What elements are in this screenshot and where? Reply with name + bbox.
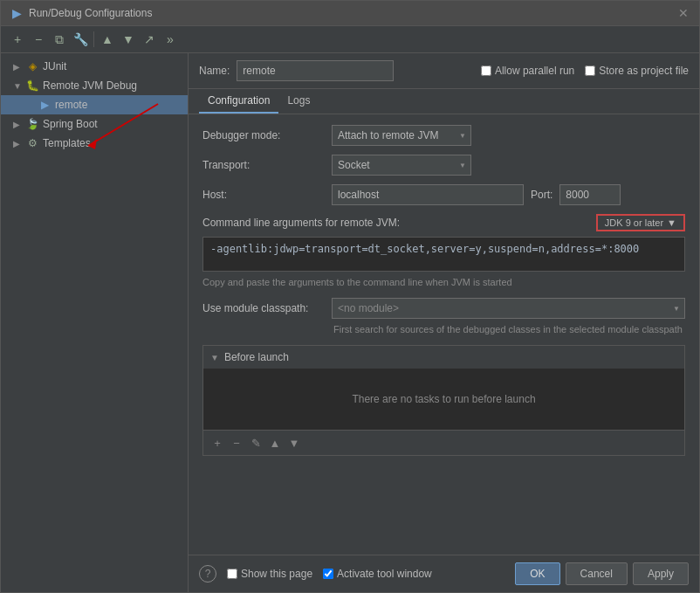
activate-tool-checkbox[interactable] bbox=[323, 569, 333, 579]
junit-arrow: ▶ bbox=[13, 62, 25, 72]
move-down-button[interactable]: ▼ bbox=[119, 30, 138, 49]
bl-up-icon: ▲ bbox=[270, 437, 281, 450]
copy-config-button[interactable]: ⧉ bbox=[50, 30, 69, 49]
config-panel: Debugger mode: Attach to remote JVM List… bbox=[189, 114, 699, 555]
tab-configuration[interactable]: Configuration bbox=[199, 89, 278, 114]
footer-right: OK Cancel Apply bbox=[515, 562, 689, 585]
config-tree: ▶ ◈ JUnit ▼ 🐛 Remote JVM Debug ▶ remote … bbox=[1, 53, 189, 592]
debugger-mode-row: Debugger mode: Attach to remote JVM List… bbox=[202, 125, 685, 146]
jdk-badge-label: JDK 9 or later bbox=[605, 217, 663, 228]
remote-jvm-debug-label: Remote JVM Debug bbox=[43, 79, 137, 92]
name-label: Name: bbox=[199, 65, 230, 77]
module-select-wrapper: <no module> bbox=[332, 298, 685, 319]
transport-row: Transport: Socket Shared memory bbox=[202, 155, 685, 176]
toolbar-separator bbox=[93, 31, 94, 47]
more-button[interactable]: » bbox=[161, 30, 180, 49]
bl-edit-button[interactable]: ✎ bbox=[247, 434, 264, 452]
cmd-args-value: -agentlib:jdwp=transport=dt_socket,serve… bbox=[202, 237, 685, 272]
cmd-hint: Copy and paste the arguments to the comm… bbox=[202, 277, 685, 287]
junit-icon: ◈ bbox=[25, 59, 39, 73]
before-launch-header[interactable]: ▼ Before launch bbox=[203, 346, 684, 369]
bl-down-button[interactable]: ▼ bbox=[285, 434, 303, 452]
apply-button[interactable]: Apply bbox=[633, 562, 689, 585]
name-input[interactable] bbox=[237, 60, 394, 81]
module-select[interactable]: <no module> bbox=[332, 298, 685, 319]
add-icon: + bbox=[14, 32, 21, 46]
before-launch-arrow: ▼ bbox=[210, 353, 219, 362]
module-hint: First search for sources of the debugged… bbox=[202, 324, 685, 334]
remote-label: remote bbox=[55, 99, 87, 111]
remote-icon: ▶ bbox=[38, 98, 51, 112]
cancel-button[interactable]: Cancel bbox=[566, 562, 628, 585]
title-bar-left: ▶ Run/Debug Configurations bbox=[10, 6, 152, 20]
bl-up-button[interactable]: ▲ bbox=[266, 434, 284, 452]
help-icon: ? bbox=[205, 568, 211, 580]
settings-button[interactable]: 🔧 bbox=[71, 30, 90, 49]
move-icon: ↗ bbox=[144, 32, 154, 46]
bl-remove-button[interactable]: − bbox=[228, 434, 245, 452]
dialog-icon: ▶ bbox=[10, 6, 24, 20]
ok-button[interactable]: OK bbox=[515, 562, 559, 585]
junit-label: JUnit bbox=[43, 60, 66, 72]
minus-icon: − bbox=[35, 32, 42, 46]
port-input[interactable] bbox=[559, 184, 621, 205]
remote-jvm-debug-arrow: ▼ bbox=[13, 81, 25, 91]
before-launch-body: There are no tasks to run before launch bbox=[203, 369, 684, 430]
jdk-badge[interactable]: JDK 9 or later ▼ bbox=[596, 214, 685, 231]
tree-item-remote[interactable]: ▶ remote bbox=[1, 95, 188, 114]
run-debug-dialog: ▶ Run/Debug Configurations ✕ + − ⧉ 🔧 ▲ ▼… bbox=[0, 0, 700, 593]
allow-parallel-item: Allow parallel run bbox=[481, 65, 574, 77]
transport-select[interactable]: Socket Shared memory bbox=[332, 155, 471, 176]
allow-parallel-checkbox[interactable] bbox=[481, 66, 491, 76]
checkboxes: Allow parallel run Store as project file bbox=[481, 65, 689, 77]
allow-parallel-label: Allow parallel run bbox=[495, 65, 574, 77]
spring-boot-label: Spring Boot bbox=[43, 118, 98, 130]
configurations-toolbar: + − ⧉ 🔧 ▲ ▼ ↗ » bbox=[1, 26, 699, 53]
copy-icon: ⧉ bbox=[55, 32, 64, 47]
bl-edit-icon: ✎ bbox=[251, 437, 261, 450]
bl-down-icon: ▼ bbox=[289, 437, 300, 450]
move-to-group-button[interactable]: ↗ bbox=[140, 30, 159, 49]
dialog-title: Run/Debug Configurations bbox=[29, 7, 152, 19]
remove-config-button[interactable]: − bbox=[29, 30, 48, 49]
move-up-button[interactable]: ▲ bbox=[98, 30, 117, 49]
host-input[interactable] bbox=[332, 184, 524, 205]
main-content: ▶ ◈ JUnit ▼ 🐛 Remote JVM Debug ▶ remote … bbox=[1, 53, 699, 592]
jdk-badge-arrow: ▼ bbox=[667, 217, 676, 228]
templates-icon: ⚙ bbox=[25, 136, 39, 150]
cmd-args-label: Command line arguments for remote JVM: bbox=[202, 217, 400, 229]
host-port-row: Host: Port: bbox=[202, 184, 685, 205]
no-tasks-label: There are no tasks to run before launch bbox=[352, 393, 535, 405]
footer: ? Show this page Activate tool window OK… bbox=[189, 555, 699, 592]
transport-label: Transport: bbox=[202, 159, 325, 171]
tree-item-spring-boot[interactable]: ▶ 🍃 Spring Boot bbox=[1, 114, 188, 134]
debugger-mode-select-wrapper: Attach to remote JVM Listen to remote JV… bbox=[332, 125, 471, 146]
activate-tool-label: Activate tool window bbox=[337, 568, 432, 580]
bl-add-button[interactable]: + bbox=[209, 434, 226, 452]
tree-item-remote-jvm-debug[interactable]: ▼ 🐛 Remote JVM Debug bbox=[1, 76, 188, 95]
show-page-label: Show this page bbox=[241, 568, 312, 580]
tab-logs[interactable]: Logs bbox=[278, 89, 319, 114]
remote-jvm-debug-icon: 🐛 bbox=[25, 79, 39, 93]
show-page-checkbox[interactable] bbox=[227, 569, 237, 579]
add-config-button[interactable]: + bbox=[8, 30, 27, 49]
module-row: Use module classpath: <no module> bbox=[202, 298, 685, 319]
down-icon: ▼ bbox=[122, 32, 134, 46]
host-label: Host: bbox=[202, 189, 325, 201]
tree-item-junit[interactable]: ▶ ◈ JUnit bbox=[1, 57, 188, 76]
before-launch-toolbar: + − ✎ ▲ ▼ bbox=[203, 430, 684, 455]
port-label: Port: bbox=[531, 189, 552, 201]
name-bar: Name: Allow parallel run Store as projec… bbox=[189, 53, 699, 89]
port-row: Port: bbox=[531, 184, 621, 205]
spring-boot-arrow: ▶ bbox=[13, 120, 25, 129]
before-launch-section: ▼ Before launch There are no tasks to ru… bbox=[202, 345, 685, 456]
help-button[interactable]: ? bbox=[199, 565, 216, 583]
more-icon: » bbox=[167, 32, 174, 46]
close-button[interactable]: ✕ bbox=[676, 6, 690, 20]
tree-item-templates[interactable]: ▶ ⚙ Templates bbox=[1, 134, 188, 153]
module-label: Use module classpath: bbox=[202, 302, 325, 314]
spring-boot-icon: 🍃 bbox=[25, 117, 39, 131]
debugger-mode-select[interactable]: Attach to remote JVM Listen to remote JV… bbox=[332, 125, 471, 146]
store-as-project-checkbox[interactable] bbox=[585, 66, 595, 76]
activate-tool-item: Activate tool window bbox=[323, 568, 432, 580]
